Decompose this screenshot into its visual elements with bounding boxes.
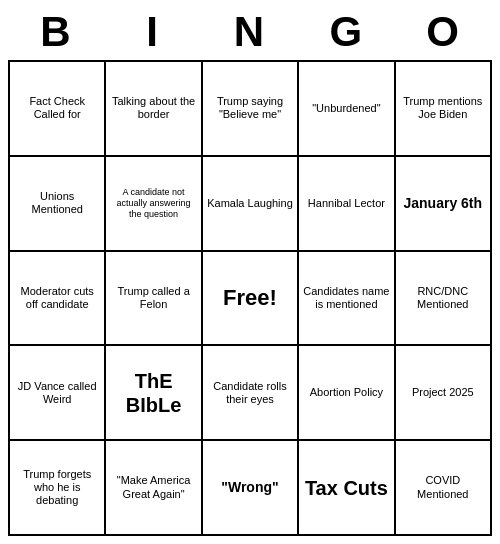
title-b: B: [8, 8, 105, 56]
bingo-cell-12: Free!: [203, 252, 299, 347]
title-n: N: [202, 8, 299, 56]
bingo-cell-19: Project 2025: [396, 346, 492, 441]
bingo-cell-2: Trump saying "Believe me": [203, 62, 299, 157]
bingo-cell-23: Tax Cuts: [299, 441, 395, 536]
bingo-grid: Fact Check Called forTalking about the b…: [8, 60, 492, 536]
bingo-cell-4: Trump mentions Joe Biden: [396, 62, 492, 157]
bingo-cell-13: Candidates name is mentioned: [299, 252, 395, 347]
bingo-cell-21: "Make America Great Again": [106, 441, 202, 536]
bingo-cell-0: Fact Check Called for: [10, 62, 106, 157]
title-o: O: [395, 8, 492, 56]
bingo-cell-17: Candidate rolls their eyes: [203, 346, 299, 441]
bingo-cell-3: "Unburdened": [299, 62, 395, 157]
bingo-cell-18: Abortion Policy: [299, 346, 395, 441]
bingo-cell-20: Trump forgets who he is debating: [10, 441, 106, 536]
title-i: I: [105, 8, 202, 56]
bingo-cell-14: RNC/DNC Mentioned: [396, 252, 492, 347]
bingo-cell-7: Kamala Laughing: [203, 157, 299, 252]
bingo-cell-15: JD Vance called Weird: [10, 346, 106, 441]
title-g: G: [298, 8, 395, 56]
bingo-cell-8: Hannibal Lector: [299, 157, 395, 252]
bingo-cell-24: COVID Mentioned: [396, 441, 492, 536]
bingo-cell-11: Trump called a Felon: [106, 252, 202, 347]
bingo-cell-10: Moderator cuts off candidate: [10, 252, 106, 347]
bingo-cell-16: ThE BIbLe: [106, 346, 202, 441]
bingo-cell-1: Talking about the border: [106, 62, 202, 157]
bingo-cell-22: "Wrong": [203, 441, 299, 536]
bingo-cell-9: January 6th: [396, 157, 492, 252]
bingo-cell-5: Unions Mentioned: [10, 157, 106, 252]
bingo-cell-6: A candidate not actually answering the q…: [106, 157, 202, 252]
bingo-title: B I N G O: [8, 8, 492, 56]
